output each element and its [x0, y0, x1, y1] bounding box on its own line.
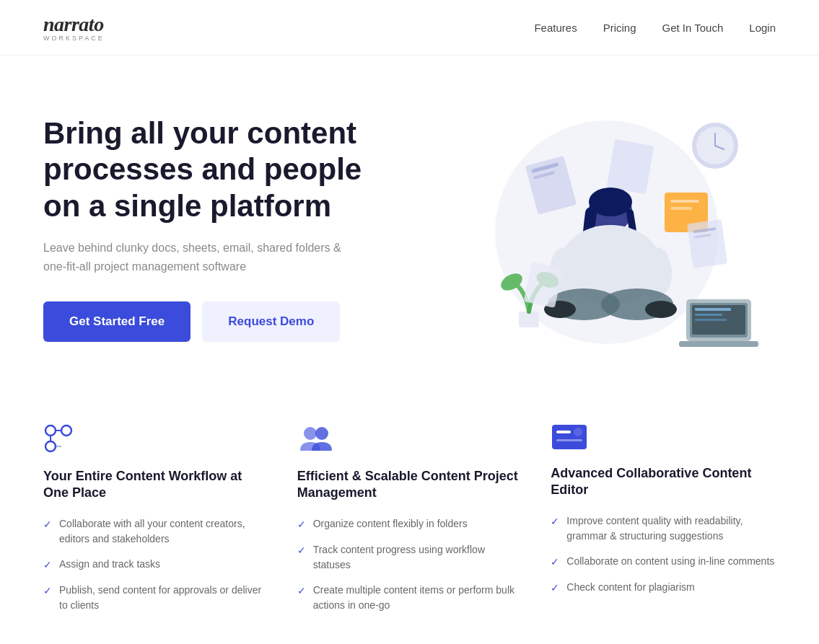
hero-svg — [426, 99, 773, 358]
request-demo-button[interactable]: Request Demo — [202, 301, 340, 342]
svg-rect-42 — [552, 425, 587, 449]
feature-editor-title: Advanced Collaborative Content Editor — [551, 465, 776, 499]
check-icon: ✓ — [43, 557, 52, 573]
nav-login[interactable]: Login — [749, 22, 776, 34]
navigation: narrato WORKSPACE Features Pricing Get I… — [0, 0, 819, 56]
list-item: ✓ Collaborate with all your content crea… — [43, 516, 268, 547]
get-started-button[interactable]: Get Started Free — [43, 301, 190, 342]
logo: narrato WORKSPACE — [43, 13, 105, 42]
feature-project-list: ✓ Organize content flexibly in folders ✓… — [297, 516, 522, 613]
list-item: ✓ Organize content flexibly in folders — [297, 516, 522, 532]
svg-point-36 — [45, 441, 56, 451]
svg-rect-11 — [670, 207, 692, 210]
svg-rect-29 — [679, 341, 758, 347]
svg-point-19 — [645, 301, 677, 318]
check-icon: ✓ — [297, 543, 306, 558]
svg-rect-27 — [695, 314, 722, 316]
svg-rect-10 — [670, 200, 699, 203]
svg-point-45 — [574, 428, 582, 436]
feature-project: Efficient & Scalable Content Project Man… — [297, 423, 522, 613]
hero-content: Bring all your content processes and peo… — [43, 115, 395, 342]
list-item: ✓ Publish, send content for approvals or… — [43, 583, 268, 613]
check-icon: ✓ — [297, 517, 306, 532]
check-icon: ✓ — [551, 514, 559, 529]
svg-point-34 — [45, 425, 56, 436]
svg-rect-44 — [556, 439, 582, 441]
feature-workflow-list: ✓ Collaborate with all your content crea… — [43, 516, 268, 613]
svg-rect-8 — [607, 139, 654, 195]
feature-workflow-title: Your Entire Content Workflow at One Plac… — [43, 468, 268, 502]
feature-editor-list: ✓ Improve content quality with readabili… — [551, 513, 776, 596]
features-section: Your Entire Content Workflow at One Plac… — [0, 387, 819, 642]
editor-icon — [551, 423, 776, 454]
svg-rect-43 — [556, 431, 571, 433]
list-item: ✓ Check content for plagiarism — [551, 580, 776, 596]
project-icon — [297, 423, 522, 456]
svg-point-41 — [315, 427, 328, 440]
hero-title: Bring all your content processes and peo… — [43, 115, 395, 224]
list-item: ✓ Improve content quality with readabili… — [551, 513, 776, 544]
svg-point-40 — [304, 427, 317, 440]
svg-point-35 — [61, 425, 71, 436]
svg-rect-30 — [687, 219, 727, 268]
list-item: ✓ Collaborate on content using in-line c… — [551, 554, 776, 570]
logo-text: narrato — [43, 13, 104, 36]
check-icon: ✓ — [43, 583, 52, 599]
list-item: ✓ Assign and track tasks — [43, 557, 268, 573]
list-item: ✓ Create multiple content items or perfo… — [297, 583, 522, 613]
hero-illustration — [424, 99, 776, 358]
feature-project-title: Efficient & Scalable Content Project Man… — [297, 468, 522, 502]
hero-section: Bring all your content processes and peo… — [0, 56, 819, 387]
list-item: ✓ Track content progress using workflow … — [297, 542, 522, 573]
feature-editor: Advanced Collaborative Content Editor ✓ … — [551, 423, 776, 613]
check-icon: ✓ — [551, 555, 559, 570]
workflow-icon — [43, 423, 268, 456]
svg-rect-26 — [695, 308, 731, 311]
nav-pricing[interactable]: Pricing — [603, 22, 636, 34]
check-icon: ✓ — [297, 583, 306, 599]
check-icon: ✓ — [551, 581, 559, 596]
nav-features[interactable]: Features — [534, 22, 577, 34]
feature-workflow: Your Entire Content Workflow at One Plac… — [43, 423, 268, 613]
check-icon: ✓ — [43, 517, 52, 532]
svg-rect-28 — [695, 319, 727, 321]
hero-buttons: Get Started Free Request Demo — [43, 301, 395, 342]
logo-subtext: WORKSPACE — [43, 35, 105, 42]
nav-contact[interactable]: Get In Touch — [662, 22, 724, 34]
svg-rect-20 — [519, 312, 539, 327]
hero-subtitle: Leave behind clunky docs, sheets, email,… — [43, 239, 354, 275]
nav-links: Features Pricing Get In Touch Login — [534, 22, 776, 34]
